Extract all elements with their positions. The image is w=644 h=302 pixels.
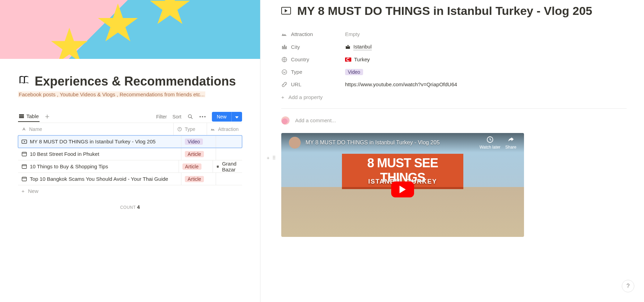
- col-type[interactable]: Type: [173, 123, 207, 135]
- svg-rect-5: [22, 177, 27, 181]
- city-icon: [281, 44, 287, 50]
- row-attraction: [216, 173, 242, 185]
- new-button-caret[interactable]: [232, 112, 242, 122]
- plus-icon: +: [22, 188, 25, 194]
- watch-later-button[interactable]: Watch later: [480, 136, 500, 150]
- svg-rect-4: [22, 165, 27, 168]
- video-icon[interactable]: [281, 7, 291, 15]
- new-row-button[interactable]: + New: [18, 185, 242, 201]
- prop-city[interactable]: City Istanbul: [281, 41, 627, 53]
- play-icon[interactable]: [391, 181, 414, 197]
- prop-country[interactable]: Country Turkey: [281, 53, 627, 66]
- prop-attraction-value[interactable]: Empty: [345, 31, 360, 37]
- new-button[interactable]: New: [212, 112, 242, 122]
- page-title[interactable]: Experiences & Recommendations: [35, 74, 236, 89]
- page-subtitle[interactable]: Facebook posts , Youtube Videos & Vlogs …: [18, 91, 205, 97]
- add-property-button[interactable]: + Add a property: [281, 91, 627, 104]
- prop-type[interactable]: Type Video: [281, 66, 627, 78]
- search-icon[interactable]: [187, 113, 194, 120]
- detail-panel: MY 8 MUST DO THINGS in Istanbul Turkey -…: [260, 0, 644, 302]
- book-icon[interactable]: [18, 74, 30, 89]
- prop-type-value[interactable]: Video: [345, 69, 363, 75]
- cover-star-icon: [50, 28, 88, 59]
- cover-star-icon: [97, 3, 139, 45]
- row-attraction: Grand Bazar: [213, 160, 242, 172]
- row-attraction: [216, 148, 242, 160]
- youtube-title[interactable]: MY 8 MUST DO THINGS in Istanbul Turkey -…: [306, 140, 475, 146]
- filter-button[interactable]: Filter: [156, 114, 167, 119]
- mountain-icon: [281, 31, 287, 37]
- type-tag: Article: [185, 176, 204, 182]
- flag-turkey-icon: [345, 57, 351, 62]
- webpage-icon: [22, 176, 27, 182]
- more-icon[interactable]: •••: [199, 113, 206, 120]
- row-count: COUNT 4: [18, 204, 242, 210]
- svg-point-7: [282, 70, 287, 74]
- type-tag: Article: [182, 163, 201, 170]
- add-comment-input[interactable]: Add a comment...: [281, 114, 627, 133]
- plus-icon: +: [281, 94, 284, 100]
- add-view-button[interactable]: +: [45, 112, 50, 121]
- sort-button[interactable]: Sort: [172, 114, 181, 119]
- table-row[interactable]: 10 Things to Buy & Shopping TipsArticleG…: [18, 160, 242, 173]
- view-tab-table[interactable]: Table: [18, 111, 40, 122]
- user-avatar: [281, 116, 290, 125]
- table-header: Name Type Attraction: [18, 123, 242, 135]
- webpage-icon: [22, 164, 27, 169]
- row-attraction: [216, 135, 242, 148]
- svg-rect-3: [22, 152, 27, 156]
- table-row[interactable]: MY 8 MUST DO THINGS in Istanbul Turkey -…: [18, 135, 242, 148]
- table-row[interactable]: 10 Best Street Food in PhuketArticle: [18, 148, 242, 160]
- prop-url[interactable]: URL https://www.youtube.com/watch?v=Qria…: [281, 78, 627, 91]
- detail-title[interactable]: MY 8 MUST DO THINGS in Istanbul Turkey -…: [297, 3, 592, 18]
- prop-attraction[interactable]: Attraction Empty: [281, 28, 627, 41]
- channel-avatar[interactable]: [289, 137, 301, 149]
- video-icon: [22, 139, 27, 144]
- drag-handle-icon[interactable]: ⠿: [272, 155, 276, 161]
- col-name[interactable]: Name: [18, 123, 173, 135]
- cover-star-icon: [149, 0, 191, 28]
- row-name: MY 8 MUST DO THINGS in Istanbul Turkey -…: [30, 139, 156, 144]
- database-panel: Experiences & Recommendations Facebook p…: [0, 0, 260, 302]
- prop-city-value[interactable]: Istanbul: [345, 44, 372, 50]
- type-tag: Article: [185, 151, 204, 157]
- city-icon: [345, 44, 351, 50]
- add-block-icon[interactable]: +: [267, 155, 269, 161]
- prop-url-value[interactable]: https://www.youtube.com/watch?v=QriapOfd…: [345, 81, 457, 87]
- help-button[interactable]: ?: [622, 280, 634, 292]
- col-attraction[interactable]: Attraction: [207, 123, 242, 135]
- link-icon: [281, 81, 287, 88]
- webpage-icon: [22, 151, 27, 157]
- prop-country-value[interactable]: Turkey: [345, 56, 370, 62]
- row-name: Top 10 Bangkok Scams You Should Avoid - …: [30, 176, 168, 182]
- new-button-label[interactable]: New: [212, 112, 232, 122]
- select-icon: [281, 69, 287, 75]
- svg-point-0: [188, 115, 191, 118]
- divider: [281, 108, 627, 109]
- view-tab-label: Table: [26, 113, 39, 119]
- table-row[interactable]: Top 10 Bangkok Scams You Should Avoid - …: [18, 173, 242, 185]
- share-button[interactable]: Share: [505, 136, 516, 150]
- youtube-embed[interactable]: MY 8 MUST DO THINGS in Istanbul Turkey -…: [281, 133, 524, 237]
- page-cover[interactable]: [0, 0, 260, 59]
- row-name: 10 Best Street Food in Phuket: [30, 151, 99, 157]
- row-name: 10 Things to Buy & Shopping Tips: [30, 163, 108, 169]
- type-tag: Video: [185, 139, 203, 145]
- globe-icon: [281, 56, 287, 63]
